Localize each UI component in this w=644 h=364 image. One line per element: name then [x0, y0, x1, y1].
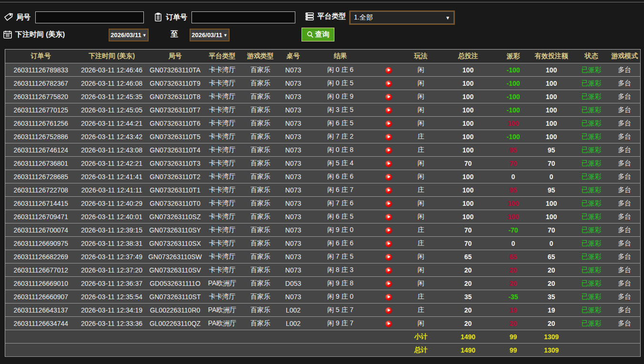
cell-result: 闲 0 庄 9	[307, 90, 374, 103]
chevron-down-icon: ▼	[445, 15, 450, 20]
video-play-button[interactable]	[385, 201, 392, 207]
cell-game-type: 百家乐	[242, 103, 280, 117]
table-row: 2603111267758202026-03-11 12:45:35GN0732…	[5, 90, 641, 103]
cell-mode: 多台	[609, 117, 641, 130]
cell-bet-time: 2026-03-11 12:35:54	[77, 290, 147, 303]
cell-total-bet: 100	[439, 210, 498, 223]
video-play-button[interactable]	[385, 241, 392, 247]
cell-bet-time: 2026-03-11 12:41:41	[77, 170, 147, 183]
cell-game-type: 百家乐	[242, 317, 280, 330]
video-play-button[interactable]	[385, 174, 392, 181]
subtotal-spacer-right	[574, 330, 641, 344]
video-play-button[interactable]	[385, 254, 392, 261]
cell-total-bet: 100	[439, 117, 498, 130]
cell-game-no: GL002263110R0	[147, 303, 203, 317]
cell-bet-time: 2026-03-11 12:37:49	[77, 250, 147, 263]
cell-valid-bet: 20	[529, 277, 574, 290]
video-play-button[interactable]	[385, 67, 392, 74]
orders-table-container: 订单号下注时间 (美东)局号平台类型游戏类型桌号结果玩法总投注派彩有效投注额状态…	[5, 49, 640, 357]
video-play-button[interactable]	[385, 281, 392, 287]
cell-valid-bet: 20	[529, 263, 574, 277]
search-button[interactable]: 查询	[302, 28, 334, 41]
cell-payout: -100	[498, 90, 529, 103]
cell-result: 闲 7 庄 5	[307, 250, 374, 263]
cell-result: 闲 5 庄 4	[307, 157, 374, 170]
video-play-button[interactable]	[385, 187, 392, 194]
cell-platform: 卡卡湾厅	[203, 90, 242, 103]
video-play-button[interactable]	[385, 81, 392, 87]
cell-mode: 多台	[609, 143, 641, 157]
cell-order-id: 260311126682269	[5, 250, 77, 263]
chevron-down-icon: ▼	[223, 33, 228, 38]
cell-total-bet: 20	[439, 317, 498, 330]
cell-table-no: N073	[280, 197, 307, 210]
video-play-button[interactable]	[385, 134, 392, 141]
cell-bet-time: 2026-03-11 12:39:15	[77, 223, 147, 237]
cell-total-bet: 65	[439, 250, 498, 263]
bet-time-label: 下注时间 (美东)	[15, 30, 65, 39]
video-play-button[interactable]	[385, 307, 392, 314]
cell-bet-time: 2026-03-11 12:46:46	[77, 63, 147, 77]
video-play-button[interactable]	[385, 227, 392, 234]
cell-game-type: 百家乐	[242, 170, 280, 183]
cell-payout: 19	[498, 303, 529, 317]
cell-result: 闲 0 庄 6	[307, 63, 374, 77]
cell-bet-time: 2026-03-11 12:45:35	[77, 90, 147, 103]
video-play-button[interactable]	[385, 121, 392, 127]
cell-status: 已派彩	[574, 77, 609, 90]
table-row: 2603111267612562026-03-11 12:44:21GN0732…	[5, 117, 641, 130]
cell-order-id: 260311126669010	[5, 277, 77, 290]
cell-payout: -70	[498, 223, 529, 237]
video-play-button[interactable]	[385, 161, 392, 167]
tag-icon	[4, 12, 13, 22]
cell-mode: 多台	[609, 90, 641, 103]
cell-play: 闲	[403, 63, 439, 77]
cell-play: 闲	[403, 210, 439, 223]
cell-valid-bet: 100	[529, 63, 574, 77]
cell-video	[374, 263, 403, 277]
game-number-input[interactable]	[35, 11, 144, 23]
cell-total-bet: 100	[439, 103, 498, 117]
cell-result: 闲 7 庄 2	[307, 130, 374, 143]
video-play-button[interactable]	[385, 214, 392, 221]
date-from-picker[interactable]: 2026/03/11 ▼	[109, 29, 149, 41]
cell-payout: 0	[498, 237, 529, 250]
column-header-5: 桌号	[280, 50, 307, 63]
column-header-13: 游戏模式	[609, 50, 641, 63]
cell-mode: 多台	[609, 263, 641, 277]
cell-table-no: N073	[280, 90, 307, 103]
cell-valid-bet: 100	[529, 77, 574, 90]
table-row: 2603111266909752026-03-11 12:38:31GN0732…	[5, 237, 641, 250]
cell-game-type: 百家乐	[242, 303, 280, 317]
cell-table-no: N073	[280, 210, 307, 223]
cell-payout: -100	[498, 77, 529, 90]
cell-valid-bet: 35	[529, 290, 574, 303]
cell-valid-bet: 65	[529, 250, 574, 263]
video-play-button[interactable]	[385, 294, 392, 301]
platform-type-select[interactable]: 1.全部 ▼	[349, 10, 455, 25]
date-to-picker[interactable]: 2026/03/11 ▼	[190, 29, 230, 41]
cell-platform: 卡卡湾厅	[203, 143, 242, 157]
cell-play: 闲	[403, 250, 439, 263]
video-play-button[interactable]	[385, 321, 392, 327]
video-play-button[interactable]	[385, 94, 392, 101]
cell-status: 已派彩	[574, 237, 609, 250]
orders-table: 订单号下注时间 (美东)局号平台类型游戏类型桌号结果玩法总投注派彩有效投注额状态…	[5, 49, 641, 357]
clipboard-icon	[153, 12, 163, 22]
order-number-input[interactable]	[191, 11, 295, 23]
date-range-to-label: 至	[171, 30, 178, 40]
cell-video	[374, 197, 403, 210]
video-play-button[interactable]	[385, 267, 392, 274]
video-play-button[interactable]	[385, 107, 392, 114]
table-row: 2603111266690102026-03-11 12:36:37GD0532…	[5, 277, 641, 290]
video-play-button[interactable]	[385, 147, 392, 154]
cell-payout: -100	[498, 130, 529, 143]
cell-table-no: N073	[280, 63, 307, 77]
bet-time-filter: 下注时间 (美东)	[3, 30, 65, 39]
cell-mode: 多台	[609, 170, 641, 183]
cell-status: 已派彩	[574, 210, 609, 223]
cell-video	[374, 223, 403, 237]
cell-valid-bet: 100	[529, 210, 574, 223]
cell-order-id: 260311126700074	[5, 223, 77, 237]
cell-play: 闲	[403, 197, 439, 210]
